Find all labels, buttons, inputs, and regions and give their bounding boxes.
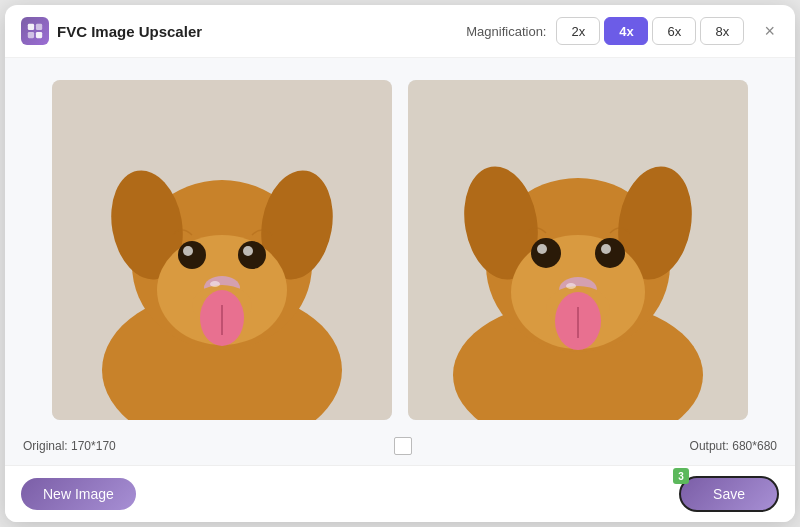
original-image-panel <box>52 80 392 420</box>
svg-rect-2 <box>28 32 34 38</box>
svg-point-25 <box>531 238 561 268</box>
app-logo-icon <box>26 22 44 40</box>
svg-rect-0 <box>28 24 34 30</box>
app-window: FVC Image Upscaler Magnification: 2x 4x … <box>5 5 795 522</box>
output-dog-image <box>408 80 748 420</box>
app-title: FVC Image Upscaler <box>57 23 202 40</box>
output-size-label: Output: 680*680 <box>690 439 777 453</box>
svg-point-13 <box>243 246 253 256</box>
svg-point-12 <box>183 246 193 256</box>
close-button[interactable]: × <box>760 20 779 42</box>
svg-rect-3 <box>36 32 42 38</box>
original-size-label: Original: 170*170 <box>23 439 116 453</box>
svg-point-10 <box>178 241 206 269</box>
footer-bar: New Image 3 Save <box>5 465 795 522</box>
magnification-controls: 2x 4x 6x 8x <box>556 17 744 45</box>
save-button[interactable]: Save <box>679 476 779 512</box>
svg-point-26 <box>595 238 625 268</box>
mag-8x-button[interactable]: 8x <box>700 17 744 45</box>
app-icon <box>21 17 49 45</box>
titlebar: FVC Image Upscaler Magnification: 2x 4x … <box>5 5 795 58</box>
original-dog-image <box>52 80 392 420</box>
new-image-button[interactable]: New Image <box>21 478 136 510</box>
images-row <box>21 68 779 431</box>
content-area: Original: 170*170 Output: 680*680 <box>5 58 795 465</box>
svg-point-28 <box>601 244 611 254</box>
mag-6x-button[interactable]: 6x <box>652 17 696 45</box>
svg-point-11 <box>238 241 266 269</box>
center-icon <box>394 437 412 455</box>
svg-point-18 <box>210 281 220 287</box>
magnification-label: Magnification: <box>466 24 546 39</box>
svg-point-33 <box>566 283 576 289</box>
svg-rect-1 <box>36 24 42 30</box>
status-bar: Original: 170*170 Output: 680*680 <box>21 431 779 457</box>
mag-2x-button[interactable]: 2x <box>556 17 600 45</box>
save-badge: 3 <box>673 468 689 484</box>
save-section: 3 Save <box>679 476 779 512</box>
svg-point-27 <box>537 244 547 254</box>
output-image-panel <box>408 80 748 420</box>
mag-4x-button[interactable]: 4x <box>604 17 648 45</box>
